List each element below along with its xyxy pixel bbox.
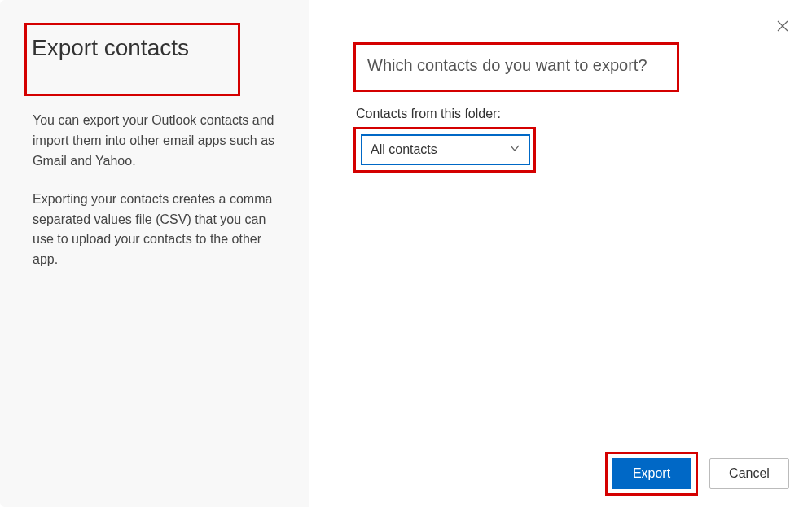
main-content: Which contacts do you want to export? Co… bbox=[309, 0, 812, 439]
folder-dropdown[interactable]: All contacts bbox=[361, 134, 530, 165]
dropdown-selected: All contacts bbox=[371, 142, 437, 157]
question-highlight: Which contacts do you want to export? bbox=[353, 42, 679, 92]
export-question: Which contacts do you want to export? bbox=[367, 56, 665, 75]
chevron-down-icon bbox=[509, 142, 520, 157]
dialog-sidebar: Export contacts You can export your Outl… bbox=[0, 0, 309, 507]
cancel-button[interactable]: Cancel bbox=[709, 458, 789, 489]
dialog-main: Which contacts do you want to export? Co… bbox=[309, 0, 812, 507]
sidebar-title: Export contacts bbox=[32, 33, 228, 63]
sidebar-title-highlight: Export contacts bbox=[24, 23, 240, 96]
folder-label: Contacts from this folder: bbox=[356, 107, 768, 121]
dropdown-highlight: All contacts bbox=[353, 127, 536, 173]
export-contacts-dialog: Export contacts You can export your Outl… bbox=[0, 0, 812, 507]
dialog-footer: Export Cancel bbox=[309, 439, 812, 507]
sidebar-description-2: Exporting your contacts creates a comma … bbox=[33, 190, 277, 270]
export-button-highlight: Export bbox=[605, 452, 698, 496]
sidebar-description-1: You can export your Outlook contacts and… bbox=[33, 111, 277, 171]
export-button[interactable]: Export bbox=[612, 458, 691, 489]
